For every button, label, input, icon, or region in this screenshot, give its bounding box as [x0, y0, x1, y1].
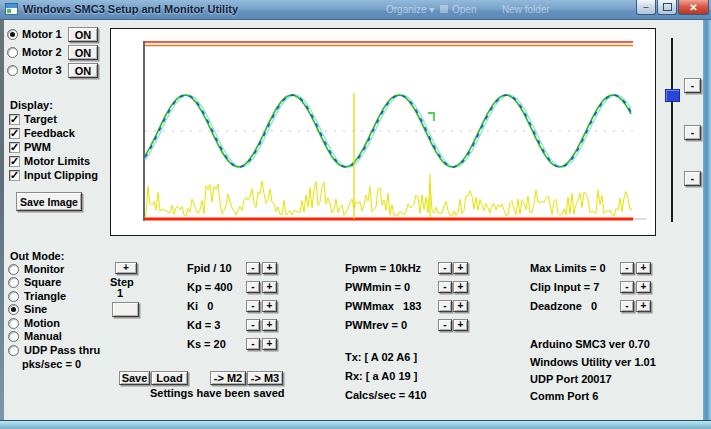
arduino-version-text: Arduino SMC3 ver 0.70 — [530, 338, 650, 350]
motor-2-label: Motor 2 — [22, 46, 62, 58]
monitor-radio[interactable] — [8, 264, 19, 275]
max-limits-label: Max Limits = 0 — [530, 262, 606, 274]
motor-2-on-button[interactable]: ON — [68, 45, 98, 60]
fpid-minus-button[interactable]: - — [246, 262, 260, 274]
input-clipping-checkbox[interactable] — [9, 170, 20, 181]
motor-limits-checkbox[interactable] — [9, 156, 20, 167]
pwmmin-minus-button[interactable]: - — [438, 281, 452, 293]
motor-limits-label: Motor Limits — [24, 155, 90, 167]
triangle-label: Triangle — [24, 290, 66, 302]
kp-label: Kp = 400 — [187, 281, 233, 293]
side-minus-button-1[interactable]: - — [684, 78, 701, 93]
close-button[interactable]: ✕ — [678, 0, 709, 15]
fpwm-label: Fpwm = 10kHz — [345, 262, 421, 274]
side-minus-button-2[interactable]: - — [684, 125, 701, 140]
window-border-right — [703, 19, 711, 429]
ks-minus-button[interactable]: - — [246, 338, 260, 350]
pwmrev-minus-button[interactable]: - — [438, 319, 452, 331]
scale-slider-track[interactable] — [671, 38, 673, 222]
background-new-folder-button: New folder — [502, 4, 550, 15]
kd-label: Kd = 3 — [187, 319, 220, 331]
ki-plus-button[interactable]: + — [262, 300, 277, 312]
window-title: Windows SMC3 Setup and Monitor Utility — [23, 3, 238, 15]
minimize-button[interactable]: – — [636, 0, 656, 15]
pwmmin-plus-button[interactable]: + — [453, 281, 468, 293]
manual-label: Manual — [24, 330, 62, 342]
title-bar[interactable]: Windows SMC3 Setup and Monitor Utility O… — [0, 0, 711, 20]
deadzone-minus-button[interactable]: - — [620, 300, 634, 312]
motor-2-radio[interactable] — [7, 47, 18, 58]
clip-input-minus-button[interactable]: - — [620, 281, 634, 293]
app-window: Windows SMC3 Setup and Monitor Utility O… — [0, 0, 711, 429]
pks-per-sec-value: pks/sec = 0 — [22, 358, 81, 370]
step-minus-button[interactable] — [112, 302, 139, 317]
ks-label: Ks = 20 — [187, 338, 226, 350]
deadzone-plus-button[interactable]: + — [636, 300, 651, 312]
motor-3-radio[interactable] — [7, 65, 18, 76]
status-message: Settings have been saved — [150, 387, 285, 399]
side-minus-button-3[interactable]: - — [684, 171, 701, 186]
ki-minus-button[interactable]: - — [246, 300, 260, 312]
step-plus-button[interactable]: + — [115, 262, 137, 274]
background-open-button: Open — [452, 4, 476, 15]
copy-to-m2-button[interactable]: -> M2 — [210, 371, 246, 385]
sine-radio[interactable] — [8, 304, 19, 315]
pwmrev-plus-button[interactable]: + — [453, 319, 468, 331]
motor-1-radio[interactable] — [7, 29, 18, 40]
ks-plus-button[interactable]: + — [262, 338, 277, 350]
udp-pass-thru-label: UDP Pass thru — [24, 344, 100, 356]
kp-minus-button[interactable]: - — [246, 281, 260, 293]
triangle-radio[interactable] — [8, 291, 19, 302]
scale-slider-handle[interactable] — [665, 89, 680, 102]
pwmmin-label: PWMmin = 0 — [345, 281, 410, 293]
fpid-label: Fpid / 10 — [187, 262, 232, 274]
max-limits-plus-button[interactable]: + — [636, 262, 651, 274]
pwmrev-label: PWMrev = 0 — [345, 319, 407, 331]
udp-pass-thru-radio[interactable] — [8, 345, 19, 356]
feedback-label: Feedback — [24, 127, 75, 139]
square-radio[interactable] — [8, 277, 19, 288]
motion-radio[interactable] — [8, 318, 19, 329]
input-clipping-label: Input Clipping — [24, 169, 98, 181]
kp-plus-button[interactable]: + — [262, 281, 277, 293]
save-image-button[interactable]: Save Image — [16, 192, 82, 211]
save-button[interactable]: Save — [119, 371, 150, 385]
windows-utility-version-text: Windows Utility ver 1.01 — [530, 356, 656, 368]
pwmmax-plus-button[interactable]: + — [453, 300, 468, 312]
copy-to-m3-button[interactable]: -> M3 — [247, 371, 283, 385]
pwmmax-minus-button[interactable]: - — [438, 300, 452, 312]
fpid-plus-button[interactable]: + — [262, 262, 277, 274]
calcs-per-sec-readout: Calcs/sec = 410 — [345, 389, 427, 401]
feedback-checkbox[interactable] — [9, 128, 20, 139]
udp-port-text: UDP Port 20017 — [530, 373, 612, 385]
maximize-icon — [663, 3, 672, 11]
motor-1-on-button[interactable]: ON — [68, 27, 98, 42]
tx-readout: Tx: [ A 02 A6 ] — [345, 351, 417, 363]
motor-3-on-button[interactable]: ON — [68, 63, 98, 78]
max-limits-minus-button[interactable]: - — [620, 262, 634, 274]
close-icon: ✕ — [689, 2, 697, 13]
fpwm-plus-button[interactable]: + — [453, 262, 468, 274]
ki-label: Ki 0 — [187, 300, 213, 312]
out-mode-heading: Out Mode: — [10, 250, 64, 262]
clip-input-plus-button[interactable]: + — [636, 281, 651, 293]
display-heading: Display: — [10, 99, 53, 111]
monitor-label: Monitor — [24, 263, 64, 275]
target-label: Target — [24, 113, 57, 125]
kd-minus-button[interactable]: - — [246, 319, 260, 331]
load-button[interactable]: Load — [151, 371, 188, 385]
pwm-checkbox[interactable] — [9, 142, 20, 153]
fpwm-minus-button[interactable]: - — [438, 262, 452, 274]
motor-3-label: Motor 3 — [22, 64, 62, 76]
kd-plus-button[interactable]: + — [262, 319, 277, 331]
target-checkbox[interactable] — [9, 114, 20, 125]
pwm-label: PWM — [24, 141, 51, 153]
manual-radio[interactable] — [8, 331, 19, 342]
maximize-button[interactable] — [657, 0, 677, 15]
pwmmax-label: PWMmax 183 — [345, 300, 421, 312]
background-folder-icon — [440, 5, 448, 13]
rx-readout: Rx: [ a A0 19 ] — [345, 370, 417, 382]
scope-canvas — [111, 29, 655, 235]
comm-port-text: Comm Port 6 — [530, 390, 598, 402]
square-label: Square — [24, 276, 61, 288]
